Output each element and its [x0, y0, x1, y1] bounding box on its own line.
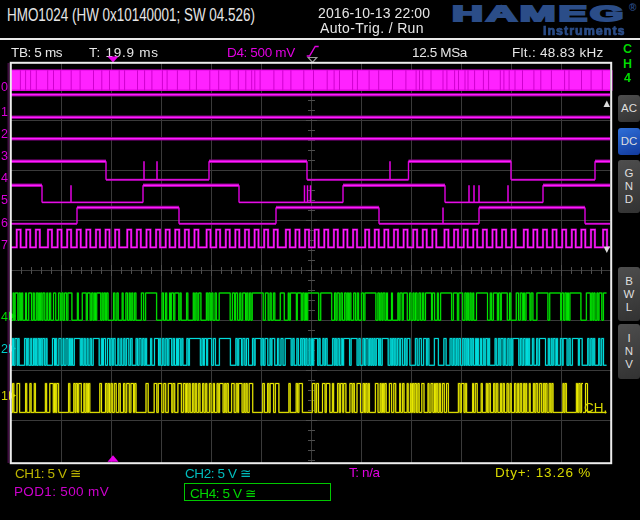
- svg-text:3: 3: [1, 149, 8, 163]
- svg-text:4: 4: [1, 171, 8, 185]
- svg-text:2: 2: [1, 342, 8, 356]
- svg-text:0: 0: [1, 80, 8, 94]
- svg-text:1: 1: [1, 105, 8, 119]
- svg-text:6: 6: [1, 216, 8, 230]
- svg-text:7: 7: [1, 238, 8, 252]
- svg-text:CH,: CH,: [584, 400, 607, 415]
- svg-text:1: 1: [1, 389, 8, 403]
- svg-text:2: 2: [1, 127, 8, 141]
- svg-text:5: 5: [1, 193, 8, 207]
- svg-text:4: 4: [1, 310, 8, 324]
